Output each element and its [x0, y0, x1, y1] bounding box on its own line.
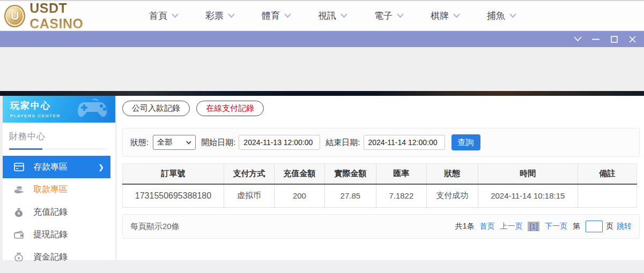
cell-status: 支付成功	[426, 184, 478, 208]
chevron-down-icon[interactable]	[573, 35, 582, 43]
svg-text:$: $	[18, 211, 20, 216]
nav-item-label: 棋牌	[431, 10, 449, 22]
window-title-bar	[0, 31, 644, 47]
finance-section-title: 財務中心	[9, 131, 108, 142]
jump-suffix-label: 页	[606, 222, 613, 231]
cell-exchange-rate: 7.1822	[376, 184, 426, 208]
page-jump-input[interactable]	[586, 221, 603, 232]
start-date-input[interactable]	[239, 135, 320, 150]
nav-item-fishing[interactable]: 捕魚	[487, 10, 516, 22]
sidebar-item-label: 資金記錄	[33, 252, 68, 263]
sidebar-item-label: 充值記錄	[33, 207, 68, 218]
col-time: 時間	[478, 164, 578, 184]
nav-item-label: 視訊	[318, 10, 336, 22]
tab-label: 公司入款記錄	[132, 103, 180, 113]
jump-action-link[interactable]: 跳转	[617, 222, 632, 231]
table-row: 1731550695388180 虚拟币 200 27.85 7.1822 支付…	[123, 184, 637, 208]
col-payment-method: 支付方式	[224, 164, 274, 184]
chevron-down-icon	[228, 13, 235, 18]
sidebar-item-withdraw-zone[interactable]: 取款專區	[3, 178, 115, 201]
jump-prefix-label: 第	[573, 222, 580, 231]
sidebar-item-fund-records[interactable]: ¥ 資金記錄	[3, 246, 115, 268]
funds-bag-icon: ¥	[13, 253, 24, 261]
records-table: 訂單號 支付方式 充值金額 實際金額 匯率 狀態 時間 備註 173155069…	[122, 163, 637, 208]
col-recharge-amount: 充值金額	[274, 164, 324, 184]
nav-item-label: 體育	[262, 10, 280, 22]
minimize-icon[interactable]	[591, 35, 600, 43]
col-actual-amount: 實際金額	[324, 164, 376, 184]
page-spacer	[0, 47, 644, 91]
nav-item-lottery[interactable]: 彩票	[205, 10, 235, 22]
chevron-down-icon	[186, 141, 191, 145]
end-date-label: 結束日期:	[325, 138, 360, 148]
deposit-card-icon	[13, 163, 24, 171]
record-tabs: 公司入款記錄 在線支付記錄	[122, 101, 640, 116]
sidebar-item-withdrawal-records[interactable]: 提現記錄	[3, 223, 115, 246]
pagination-bar: 每頁顯示20條 共1条 首页 上一页 [1] 下一页 第 页 跳转	[122, 214, 640, 239]
nav-item-live[interactable]: 視訊	[318, 10, 347, 22]
nav-menu: 首頁 彩票 體育 視訊 電子 棋牌 捕魚	[149, 10, 543, 22]
close-icon[interactable]	[628, 35, 636, 43]
chevron-down-icon	[340, 13, 347, 18]
svg-text:¥: ¥	[18, 256, 20, 261]
chevron-down-icon	[453, 13, 460, 18]
maximize-icon[interactable]	[610, 35, 618, 43]
col-status: 狀態	[426, 164, 478, 184]
col-order-number: 訂單號	[123, 164, 224, 184]
sidebar-item-label: 提現記錄	[33, 229, 68, 240]
cell-recharge-amount: 200	[274, 184, 324, 208]
page-size-text: 每頁顯示20條	[130, 222, 180, 232]
total-count-text: 共1条	[455, 222, 475, 231]
end-date-input[interactable]	[364, 135, 445, 150]
coin-letter: U	[11, 9, 19, 23]
sidebar: 玩家中心 PLAYERS CENTER 財務中心 存款專區 ❯	[3, 96, 115, 260]
chevron-down-icon	[172, 13, 179, 18]
logo-text: USDT CASINO	[29, 1, 118, 32]
next-page-link[interactable]: 下一页	[545, 222, 567, 231]
finance-section: 財務中心	[3, 123, 115, 153]
sidebar-item-deposit-zone[interactable]: 存款專區 ❯	[3, 156, 110, 178]
tab-label: 在線支付記錄	[206, 103, 254, 113]
tab-online-payment-records[interactable]: 在線支付記錄	[196, 101, 264, 116]
table-header-row: 訂單號 支付方式 充值金額 實際金額 匯率 狀態 時間 備註	[123, 164, 637, 184]
chevron-right-icon: ❯	[98, 163, 104, 171]
top-navbar: U USDT CASINO 首頁 彩票 體育 視訊 電子 棋牌 捕魚	[0, 0, 644, 31]
col-remark: 備註	[578, 164, 636, 184]
nav-item-label: 捕魚	[487, 10, 505, 22]
sidebar-item-label: 存款專區	[33, 162, 68, 173]
nav-item-sports[interactable]: 體育	[262, 10, 291, 22]
sidebar-menu: 存款專區 ❯ 取款專區 $ 充值記錄 提現記錄	[3, 156, 115, 268]
pagination-controls: 共1条 首页 上一页 [1] 下一页 第 页 跳转	[455, 221, 632, 232]
chevron-down-icon	[397, 13, 404, 18]
cell-remark	[578, 184, 636, 208]
sidebar-item-label: 取款專區	[33, 184, 68, 195]
cell-time: 2024-11-14 10:18:15	[478, 184, 578, 208]
status-select-value: 全部	[157, 138, 172, 147]
chevron-down-icon	[509, 13, 516, 18]
cell-order-number: 1731550695388180	[123, 184, 224, 208]
search-button[interactable]: 查詢	[451, 134, 480, 150]
status-select[interactable]: 全部	[153, 135, 196, 150]
status-label: 狀態:	[130, 138, 149, 148]
col-exchange-rate: 匯率	[376, 164, 426, 184]
nav-item-label: 電子	[374, 10, 393, 22]
nav-item-home[interactable]: 首頁	[149, 10, 179, 22]
start-date-label: 開始日期:	[201, 138, 235, 148]
sidebar-item-recharge-records[interactable]: $ 充值記錄	[3, 201, 115, 223]
filter-bar: 狀態: 全部 開始日期: 結束日期: 查詢	[122, 128, 640, 157]
players-center-header: 玩家中心 PLAYERS CENTER	[3, 96, 115, 123]
dark-divider-band	[0, 91, 644, 96]
withdrawal-wallet-icon	[13, 231, 24, 239]
nav-item-label: 首頁	[149, 10, 167, 22]
gamepad-icon	[77, 98, 111, 120]
withdraw-hand-icon	[13, 185, 24, 194]
usdt-coin-icon: U	[4, 5, 25, 27]
prev-page-link[interactable]: 上一页	[500, 222, 522, 231]
first-page-link[interactable]: 首页	[479, 222, 494, 231]
chevron-down-icon	[284, 13, 291, 18]
nav-item-poker[interactable]: 棋牌	[431, 10, 460, 22]
nav-item-label: 彩票	[205, 10, 224, 22]
finance-underline	[9, 149, 108, 149]
nav-item-slots[interactable]: 電子	[374, 10, 404, 22]
tab-company-deposit-records[interactable]: 公司入款記錄	[122, 101, 190, 116]
